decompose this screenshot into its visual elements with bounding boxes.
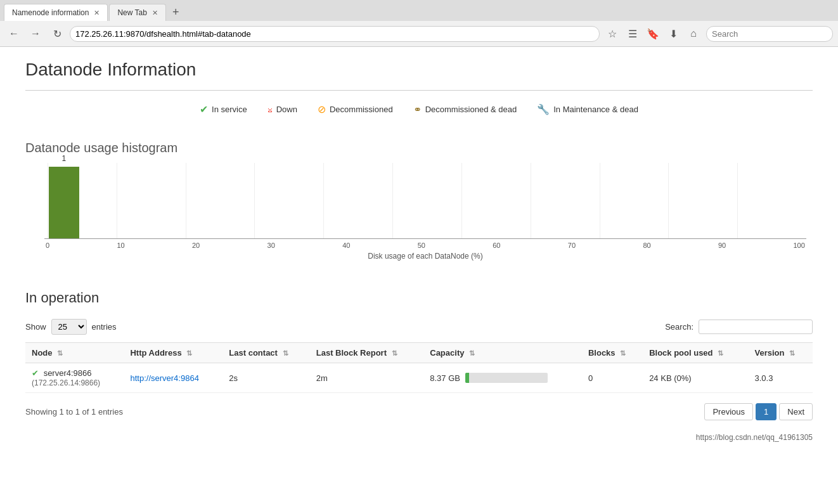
col-block-pool-used-sort-icon: ⇅: [718, 349, 723, 357]
in-service-icon: ✔: [200, 103, 208, 115]
cell-blocks: 0: [582, 363, 643, 393]
tab-namenode[interactable]: Namenode information ✕: [4, 4, 108, 21]
status-maintenance-dead: 🔧 In Maintenance & dead: [537, 103, 638, 115]
decommissioned-dead-icon: ⚭: [413, 103, 422, 115]
show-entries-control: Show 10 25 50 100 entries: [25, 319, 117, 335]
footer-url-text: https://blog.csdn.net/qq_41961305: [696, 433, 813, 442]
page-content: Datanode Information ✔ In service ⨲ Down…: [0, 47, 838, 461]
new-tab-button[interactable]: +: [167, 6, 184, 19]
toolbar-icons: ☆ ☰ 🔖 ⬇ ⌂: [603, 25, 702, 42]
col-node-label: Node: [32, 348, 53, 358]
next-button[interactable]: Next: [779, 403, 813, 420]
col-blocks-sort-icon: ⇅: [620, 349, 626, 357]
col-node-sort-icon: ⇅: [57, 349, 63, 357]
tab-namenode-close[interactable]: ✕: [94, 9, 100, 17]
col-capacity[interactable]: Capacity ⇅: [423, 343, 582, 363]
capacity-cell-content: 8.37 GB: [430, 373, 576, 383]
entries-select[interactable]: 10 25 50 100: [51, 319, 87, 335]
header-row: Node ⇅ Http Address ⇅ Last contact ⇅ Las…: [25, 343, 813, 363]
x-label-50: 50: [418, 242, 425, 249]
col-last-block-report[interactable]: Last Block Report ⇅: [310, 343, 424, 363]
maintenance-dead-icon: 🔧: [537, 103, 550, 115]
table-header: Node ⇅ Http Address ⇅ Last contact ⇅ Las…: [25, 343, 813, 363]
tab-newtab-close[interactable]: ✕: [152, 9, 158, 17]
download-icon[interactable]: ⬇: [664, 25, 682, 42]
back-button[interactable]: ←: [5, 25, 23, 42]
col-block-pool-used[interactable]: Block pool used ⇅: [643, 343, 748, 363]
decommissioned-dead-label: Decommissioned & dead: [425, 105, 517, 114]
home-icon[interactable]: ⌂: [685, 25, 702, 42]
search-control: Search:: [665, 320, 813, 334]
down-icon: ⨲: [268, 104, 273, 115]
reader-mode-icon[interactable]: ☰: [624, 25, 641, 42]
down-label: Down: [276, 105, 297, 114]
status-legend: ✔ In service ⨲ Down ⊘ Decommissioned ⚭ D…: [25, 103, 813, 115]
capacity-text: 8.37 GB: [430, 373, 460, 383]
page-buttons: Previous 1 Next: [704, 403, 813, 420]
forward-button[interactable]: →: [27, 25, 44, 42]
node-name: server4:9866: [44, 368, 92, 378]
x-label-30: 30: [268, 242, 275, 249]
x-label-70: 70: [568, 242, 576, 249]
histogram-chart: 1 0 10 20 30 40 50 60 70 80 90 100 Disk …: [44, 163, 806, 252]
col-http-label: Http Address: [130, 348, 181, 358]
x-label-100: 100: [794, 242, 805, 249]
previous-button[interactable]: Previous: [704, 403, 753, 420]
col-version-sort-icon: ⇅: [789, 349, 795, 357]
status-down: ⨲ Down: [268, 104, 297, 115]
x-label-40: 40: [342, 242, 350, 249]
table-body: ✔ server4:9866 (172.25.26.14:9866) http:…: [25, 363, 813, 393]
http-address-link[interactable]: http://server4:9864: [130, 373, 198, 383]
capacity-bar-fill: [465, 373, 470, 383]
histogram-bar-0: 1: [49, 167, 79, 238]
cell-last-contact: 2s: [222, 363, 309, 393]
in-operation-title: In operation: [25, 290, 813, 306]
col-last-contact-sort-icon: ⇅: [283, 349, 288, 357]
table-search-input[interactable]: [699, 320, 813, 334]
showing-text: Showing 1 to 1 of 1 entries: [25, 407, 123, 417]
x-axis-title: Disk usage of each DataNode (%): [44, 252, 806, 261]
status-in-service: ✔ In service: [200, 103, 247, 115]
col-version[interactable]: Version ⇅: [748, 343, 813, 363]
bookmark-star-icon[interactable]: ☆: [603, 25, 621, 42]
browser-search-input[interactable]: [706, 26, 833, 42]
cell-version: 3.0.3: [748, 363, 813, 393]
col-last-contact[interactable]: Last contact ⇅: [222, 343, 309, 363]
reload-button[interactable]: ↻: [48, 25, 66, 42]
url-input[interactable]: [70, 26, 600, 42]
decommissioned-label: Decommissioned: [330, 105, 393, 114]
col-last-block-report-label: Last Block Report: [316, 348, 387, 358]
datanode-table: Node ⇅ Http Address ⇅ Last contact ⇅ Las…: [25, 342, 813, 393]
col-node[interactable]: Node ⇅: [25, 343, 124, 363]
col-block-pool-used-label: Block pool used: [649, 348, 712, 358]
capacity-bar-bg: [465, 373, 548, 383]
in-service-label: In service: [212, 105, 247, 114]
page-1-button[interactable]: 1: [756, 403, 777, 420]
col-capacity-sort-icon: ⇅: [469, 349, 475, 357]
col-http[interactable]: Http Address ⇅: [124, 343, 222, 363]
cell-node: ✔ server4:9866 (172.25.26.14:9866): [25, 363, 124, 393]
x-axis-labels: 0 10 20 30 40 50 60 70 80 90 100: [44, 242, 806, 249]
browser-chrome: Namenode information ✕ New Tab ✕ + ← → ↻…: [0, 0, 838, 47]
status-decommissioned-dead: ⚭ Decommissioned & dead: [413, 103, 517, 115]
maintenance-dead-label: In Maintenance & dead: [553, 105, 638, 114]
title-divider: [25, 90, 813, 91]
histogram-title: Datanode usage histogram: [25, 141, 813, 155]
x-label-60: 60: [493, 242, 500, 249]
col-last-block-sort-icon: ⇅: [392, 349, 397, 357]
x-label-10: 10: [117, 242, 124, 249]
col-blocks[interactable]: Blocks ⇅: [582, 343, 643, 363]
pocket-icon[interactable]: 🔖: [644, 25, 662, 42]
node-check-icon: ✔: [32, 368, 39, 378]
node-sub-address: (172.25.26.14:9866): [32, 378, 100, 387]
tab-newtab[interactable]: New Tab ✕: [109, 4, 165, 21]
histogram-bar-0-label: 1: [62, 154, 67, 163]
x-label-90: 90: [718, 242, 726, 249]
footer-url: https://blog.csdn.net/qq_41961305: [25, 433, 813, 448]
col-capacity-label: Capacity: [430, 348, 464, 358]
x-label-0: 0: [46, 242, 49, 249]
show-label: Show: [25, 322, 46, 332]
table-row: ✔ server4:9866 (172.25.26.14:9866) http:…: [25, 363, 813, 393]
cell-capacity: 8.37 GB: [423, 363, 582, 393]
status-decommissioned: ⊘ Decommissioned: [318, 103, 393, 115]
